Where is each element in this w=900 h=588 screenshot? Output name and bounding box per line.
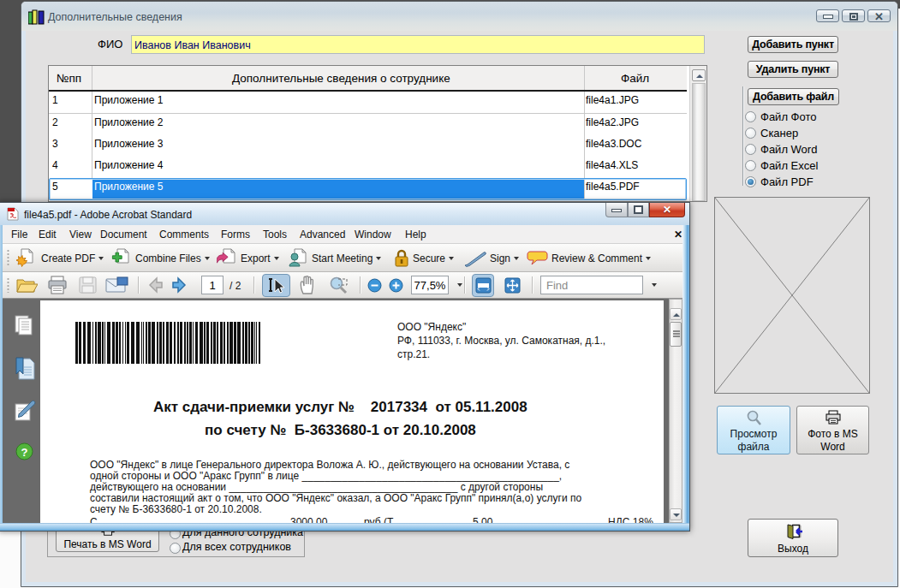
svg-text:?: ? [21, 446, 28, 459]
